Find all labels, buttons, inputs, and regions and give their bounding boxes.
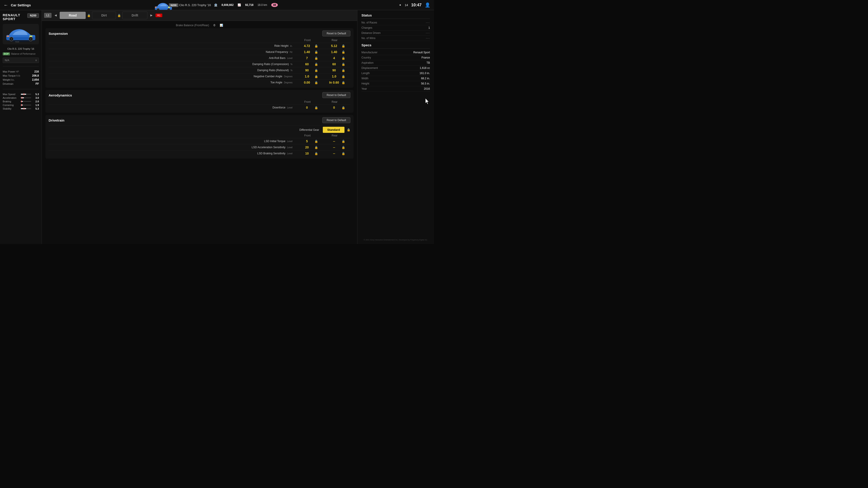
nav-arrow-left[interactable]: ◄ [53, 13, 58, 18]
main-layout: RENAULT SPORT N200 Renault C [0, 10, 434, 244]
suspension-section: Suspension Reset to Default Front Rear R… [45, 28, 353, 88]
credits-icon: 🏦 [214, 3, 217, 6]
suspension-rows: Ride Height in. 4.72 🔒 5.12 🔒 Natural Fr… [49, 43, 350, 86]
bar-stat-row: Stability 5.3 [3, 107, 39, 110]
copyright: © 2021 Sony Interactive Entertainment In… [362, 239, 430, 241]
stats-container: Max Power HP 216 Max Torque ft-lb 206.8 … [3, 70, 39, 86]
suspension-col-front: Front [294, 39, 321, 42]
lock-icon: 🔒 [314, 57, 318, 60]
bar-marker [21, 104, 22, 106]
stat-bar [21, 94, 31, 95]
aerodynamics-reset-button[interactable]: Reset to Default [322, 92, 350, 98]
table-row: LSD Braking Sensitivity Level 10 🔒 -- 🔒 [49, 150, 350, 156]
tab-drift[interactable]: Drift [122, 11, 147, 19]
country-row: Country France [362, 55, 430, 60]
differential-lock-icon: 🔒 [347, 128, 350, 131]
stat-bar [21, 97, 31, 98]
changes-label: Changes [362, 26, 372, 29]
height-label: Height [362, 82, 369, 85]
no-of-races-row: No. of Races --- [362, 20, 430, 25]
scroll-area[interactable]: Brake Balance (Front/Rear) 0 📊 Suspensio… [42, 21, 357, 244]
svg-point-15 [30, 38, 32, 40]
mouse-cursor [426, 98, 430, 105]
lock-icon: 🔒 [314, 81, 318, 84]
lock-icon: 🔒 [314, 152, 318, 155]
stat-bar [21, 108, 31, 109]
country-label: Country [362, 56, 371, 59]
year-row: Year 2016 [362, 86, 430, 92]
lock-icon: 🔒 [342, 146, 345, 149]
bar-marker [21, 100, 22, 103]
height-value: 56.5 in. [421, 82, 430, 85]
lock-icon: 🔒 [314, 63, 318, 66]
suspension-reset-button[interactable]: Reset to Default [322, 31, 350, 36]
aerodynamics-col-front: Front [294, 100, 321, 103]
stars-value: 14 [405, 3, 408, 7]
lock-icon: 🔒 [314, 75, 318, 78]
brand-logo: RENAULT SPORT [3, 13, 20, 21]
bar-stat-row: Max Speed 5.3 [3, 92, 39, 96]
lock-icon: 🔒 [314, 51, 318, 54]
stat-row: Weight lbs. 2,654 [3, 78, 39, 82]
top-bar-left: ← Car Settings [4, 2, 31, 8]
table-row: Negative Camber Angle Degrees 1.0 🔒 1.0 … [49, 73, 350, 79]
length-value: 161.0 in. [420, 72, 430, 75]
table-row: Natural Frequency Hz 1.40 🔒 1.40 🔒 [49, 49, 350, 55]
no-of-wins-row: No. of Wins --- [362, 36, 430, 41]
specs-title: Specs [362, 43, 430, 48]
center-panel: L1 ◄ Road 🔒 Dirt 🔒 Drift ► R1 Brake Bala… [42, 10, 357, 244]
aerodynamics-col-rear: Rear [321, 100, 348, 103]
differential-row: Differential Gear Standard 🔒 [49, 125, 350, 134]
lock-icon: 🔒 [342, 140, 345, 143]
drivetrain-rows: LSD Initial Torque Level 5 🔒 -- 🔒 LSD Ac… [49, 138, 350, 156]
tab-dirt[interactable]: Dirt [92, 11, 116, 19]
displacement-label: Displacement [362, 66, 378, 70]
stars-icon: ✦ [399, 3, 401, 7]
stat-row: Max Power HP 216 [3, 70, 39, 74]
drivetrain-col-headers: Front Rear [49, 134, 350, 137]
bop-label: Balance of Performance [11, 53, 35, 55]
svg-rect-17 [7, 35, 9, 37]
differential-value[interactable]: Standard [323, 127, 344, 133]
level-badge: 48 [271, 3, 278, 7]
drivetrain-title: Drivetrain [49, 119, 64, 122]
nav-arrow-right[interactable]: ► [149, 13, 154, 18]
car-name-top: Clio R.S. 220 Trophy '16 [179, 3, 211, 7]
tab-road[interactable]: Road [60, 12, 86, 19]
na-input[interactable]: N/A ≡ [3, 58, 39, 63]
differential-label: Differential Gear [49, 128, 323, 131]
back-button[interactable]: ← [4, 2, 8, 8]
table-row: Damping Ratio (Rebound) % 90 🔒 90 🔒 [49, 67, 350, 73]
drivetrain-reset-button[interactable]: Reset to Default [322, 117, 350, 123]
lock-icon: 🔒 [314, 106, 318, 109]
km-icon: 📈 [238, 3, 241, 6]
bar-marker [24, 93, 24, 95]
lock-icon: 🔒 [314, 44, 318, 48]
l1-button[interactable]: L1 [44, 13, 52, 18]
drivetrain-col-front: Front [294, 134, 321, 137]
suspension-col-headers: Front Rear [49, 39, 350, 42]
right-panel: Status No. of Races --- Changes 1 Distan… [357, 10, 434, 244]
length-row: Length 161.0 in. [362, 71, 430, 76]
brake-balance-row: Brake Balance (Front/Rear) 0 📊 [45, 22, 353, 28]
top-bar-right: ✦ 14 10:47 👤 [399, 2, 430, 8]
time-display: 10:47 [411, 3, 422, 7]
n200-badge-left: N200 [27, 13, 39, 18]
tabs-bar: L1 ◄ Road 🔒 Dirt 🔒 Drift ► R1 [42, 10, 357, 21]
page-title: Car Settings [11, 3, 31, 7]
bar-stat-row: Cornering 1.9 [3, 103, 39, 107]
manufacturer-value: Renault Sport [413, 51, 430, 54]
changes-row: Changes 1 [362, 25, 430, 31]
lock-icon: 🔒 [342, 69, 345, 72]
lock-icon: 🔒 [342, 51, 345, 54]
no-of-wins-label: No. of Wins [362, 37, 375, 40]
aerodynamics-col-headers: Front Rear [49, 100, 350, 103]
suspension-title: Suspension [49, 32, 68, 35]
specs-section: Specs Manufacturer Renault Sport Country… [362, 43, 430, 92]
brake-balance-icon: 📊 [220, 24, 223, 27]
aerodynamics-section: Aerodynamics Reset to Default Front Rear… [45, 90, 353, 113]
no-of-races-value: --- [426, 21, 430, 24]
lock-icon: 🔒 [342, 44, 345, 48]
distance-driven-row: Distance Driven --- [362, 31, 430, 36]
distance-value: 18.0 km [257, 3, 267, 6]
